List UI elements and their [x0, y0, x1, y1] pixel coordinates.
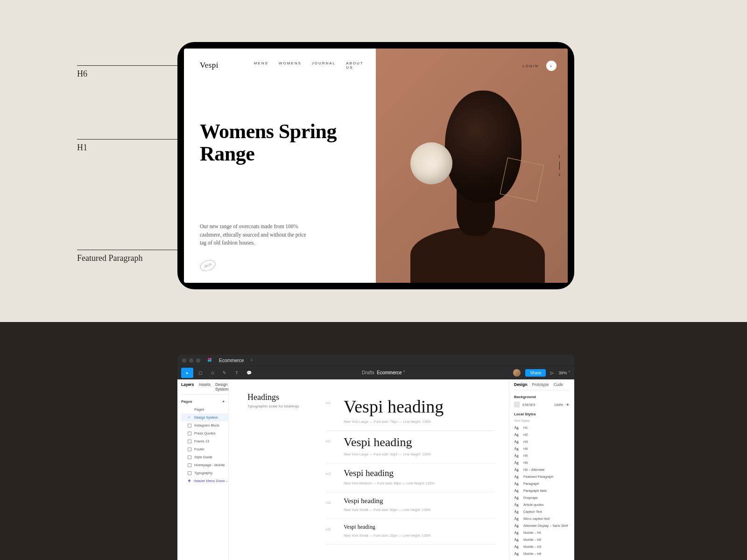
text-style-item[interactable]: AgMobile – H3 — [514, 543, 570, 550]
layer-row[interactable]: Press Quotes — [181, 429, 228, 437]
comment-tool[interactable]: 💬 — [244, 368, 254, 378]
design-panel: Design Prototype Code Background E5E5E5 … — [509, 379, 574, 560]
tab-design-system[interactable]: Design System — [215, 382, 228, 392]
figma-canvas[interactable]: Headings Typographic scale for headings … — [229, 379, 509, 560]
share-button[interactable]: Share — [525, 369, 546, 377]
text-style-item[interactable]: AgMobile – H1 — [514, 529, 570, 536]
bg-hex[interactable]: E5E5E5 — [522, 403, 536, 407]
layer-row[interactable]: ✓Design System — [181, 413, 228, 421]
add-page-button[interactable]: + — [222, 399, 225, 404]
shape-tool[interactable]: ◇ — [207, 368, 218, 378]
layer-row[interactable]: Style Guide — [181, 453, 228, 461]
text-style-item[interactable]: AgH1 — [514, 424, 570, 431]
layer-row[interactable]: ❖Header Menu Down – Desktop — [181, 477, 228, 485]
annotation-line — [77, 139, 184, 140]
scroll-badge[interactable]: 20/20 — [198, 258, 217, 273]
hero-heading: Womens Spring Range — [200, 120, 360, 166]
nav-womens[interactable]: WOMENS — [279, 61, 302, 70]
layer-row[interactable]: Typography — [181, 469, 228, 477]
avatar[interactable] — [513, 369, 521, 377]
text-style-item[interactable]: AgDropcaps — [514, 494, 570, 501]
layer-row[interactable]: Homepage - Mobile — [181, 461, 228, 469]
type-sample: Vespi heading — [344, 497, 495, 505]
type-meta: New York Large — Font size: 76px — Line … — [344, 420, 495, 424]
flower-icon — [410, 142, 452, 184]
bg-visibility-icon[interactable]: 👁 — [566, 403, 570, 407]
text-style-item[interactable]: AgMobile – H4 — [514, 550, 570, 557]
cart-button[interactable]: › — [546, 61, 557, 71]
layer-row[interactable]: Pages — [181, 406, 228, 413]
layer-row[interactable]: Instagram Block — [181, 421, 228, 429]
text-style-item[interactable]: AgFeatured Paragraph — [514, 473, 570, 480]
layer-row[interactable]: Footer — [181, 445, 228, 453]
new-tab-button[interactable]: + — [250, 358, 253, 363]
window-traffic-lights[interactable] — [182, 358, 200, 363]
nav-about[interactable]: ABOUT US — [346, 61, 363, 70]
type-tag: H5 — [326, 524, 335, 538]
type-meta: New York Small — Font size: 20px — Line … — [344, 533, 495, 538]
svg-point-3 — [210, 360, 211, 362]
tab-prototype[interactable]: Prototype — [532, 382, 549, 387]
layer-row[interactable]: Frame 13 — [181, 437, 228, 445]
earring-shape — [500, 158, 544, 202]
tab-design[interactable]: Design — [514, 382, 527, 387]
logo[interactable]: Vespi — [200, 61, 218, 70]
text-style-item[interactable]: AgH2 — [514, 431, 570, 438]
tab-code[interactable]: Code — [554, 382, 563, 387]
type-meta: New York Large — Font size: 52px — Line … — [344, 452, 495, 456]
nav-mens[interactable]: MENS — [254, 61, 268, 70]
portrait-illustration — [376, 49, 568, 283]
login-link[interactable]: LOGIN — [522, 64, 539, 68]
text-styles-label: Text Styles — [514, 419, 570, 422]
text-style-item[interactable]: AgH4 — [514, 445, 570, 452]
type-spec-row[interactable]: H2 Vespi heading New York Large — Font s… — [326, 431, 495, 463]
tab-assets[interactable]: Assets — [198, 382, 211, 392]
text-style-item[interactable]: AgAlternate Display – Sans Serif — [514, 522, 570, 529]
file-tab[interactable]: Ecommerce — [219, 358, 244, 363]
annotation-h1: H1 — [77, 143, 87, 153]
bg-swatch[interactable] — [514, 402, 520, 407]
type-spec-row[interactable]: H5 Vespi heading New York Small — Font s… — [326, 519, 495, 545]
tab-layers[interactable]: Layers — [181, 382, 194, 392]
text-style-item[interactable]: AgH5 — [514, 452, 570, 459]
annotation-featured-paragraph: Featured Paragraph — [77, 253, 142, 263]
text-style-item[interactable]: AgParagraph — [514, 480, 570, 487]
text-style-item[interactable]: AgMobile – H2 — [514, 536, 570, 543]
type-spec-row[interactable]: H1 Vespi heading New York Large — Font s… — [326, 392, 495, 431]
text-style-item[interactable]: AgH3 — [514, 438, 570, 445]
text-tool[interactable]: T — [232, 368, 242, 378]
annotation-line — [77, 250, 184, 250]
type-spec-row[interactable]: H3 Vespi heading New York Medium — Font … — [326, 463, 495, 492]
figma-logo-icon — [207, 357, 212, 363]
headings-title: Headings — [247, 392, 303, 402]
type-meta: New York Medium — Font size: 38px — Line… — [344, 481, 495, 485]
breadcrumb[interactable]: Drafts Ecommerce ˅ — [362, 370, 405, 375]
pages-section: Pages — [181, 399, 192, 404]
slide-2[interactable]: 2 — [558, 173, 560, 177]
type-spec-row[interactable]: H4 Vespi heading New York Small — Font s… — [326, 492, 495, 519]
hero-left-column: Vespi MENS WOMENS JOURNAL ABOUT US Women… — [184, 49, 376, 283]
text-style-item[interactable]: AgArticle quotes — [514, 501, 570, 508]
text-style-item[interactable]: AgH6 — [514, 459, 570, 466]
bg-opacity[interactable]: 100% — [554, 403, 563, 407]
annotation-line — [77, 65, 184, 66]
type-tag: H1 — [326, 397, 335, 424]
layers-panel: Layers Assets Design System Pages + Page… — [177, 379, 229, 560]
text-style-item[interactable]: AgH6 – Alternate — [514, 466, 570, 473]
frame-tool[interactable]: ▢ — [195, 368, 205, 378]
nav-journal[interactable]: JOURNAL — [312, 61, 336, 70]
hero-image: LOGIN › 1 2 — [376, 49, 568, 283]
present-button[interactable]: ▷ — [550, 371, 554, 375]
text-style-item[interactable]: AgMicro caption text — [514, 515, 570, 522]
type-sample: Vespi heading — [344, 524, 495, 531]
text-style-item[interactable]: AgCaption Text — [514, 508, 570, 515]
figma-showcase: Ecommerce + ▸ ▢ ◇ ✎ T 💬 Drafts Ecommerce… — [0, 322, 747, 560]
zoom-dropdown[interactable]: 39% ˅ — [558, 371, 571, 375]
figma-window: Ecommerce + ▸ ▢ ◇ ✎ T 💬 Drafts Ecommerce… — [177, 355, 574, 560]
slide-indicator[interactable]: 1 2 — [558, 154, 560, 177]
move-tool[interactable]: ▸ — [181, 368, 193, 378]
figma-toolbar: ▸ ▢ ◇ ✎ T 💬 Drafts Ecommerce ˅ Share ▷ 3… — [177, 366, 574, 379]
pen-tool[interactable]: ✎ — [219, 368, 230, 378]
slide-1[interactable]: 1 — [558, 154, 560, 159]
text-style-item[interactable]: AgParagraph Italic — [514, 487, 570, 494]
